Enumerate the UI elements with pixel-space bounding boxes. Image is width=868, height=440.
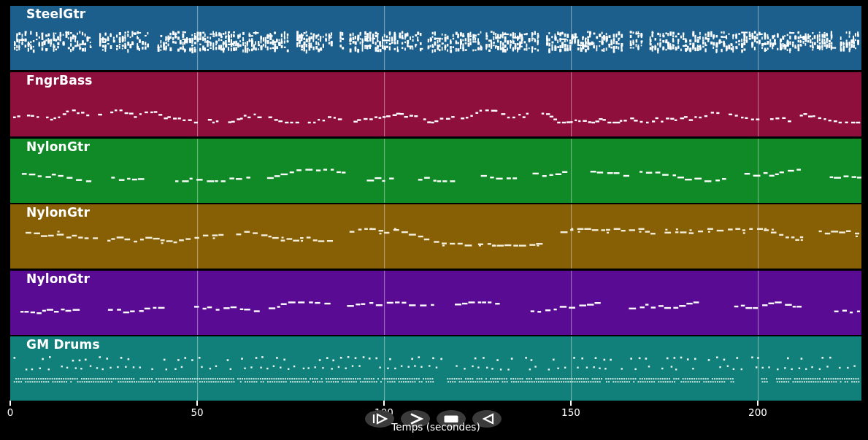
rewind-button[interactable] xyxy=(472,410,502,428)
track-label: NylonGtr xyxy=(26,205,90,220)
stop-icon xyxy=(442,413,461,425)
x-tick xyxy=(196,401,198,406)
x-tick-label: 150 xyxy=(561,406,580,418)
stop-button[interactable] xyxy=(437,410,466,428)
rewind-icon xyxy=(477,413,496,425)
x-tick xyxy=(757,401,758,406)
x-tick-label: 200 xyxy=(748,406,767,418)
track-label: FngrBass xyxy=(26,73,93,88)
x-axis: 050100150200 xyxy=(0,0,868,440)
play-button[interactable] xyxy=(365,410,394,428)
midi-track-overview-figure: SteelGtrFngrBassNylonGtrNylonGtrNylonGtr… xyxy=(0,0,868,440)
x-tick-label: 50 xyxy=(191,406,203,418)
x-tick xyxy=(383,401,385,406)
track-label: SteelGtr xyxy=(26,7,85,21)
fast-forward-icon xyxy=(406,413,425,425)
x-tick xyxy=(9,401,11,406)
fast-forward-button[interactable] xyxy=(401,410,430,428)
track-label: GM Drums xyxy=(26,337,100,352)
play-icon xyxy=(370,413,389,425)
playback-controls xyxy=(365,410,502,428)
track-label: NylonGtr xyxy=(26,139,90,154)
x-tick xyxy=(570,401,572,406)
track-label: NylonGtr xyxy=(26,271,90,286)
x-tick-label: 0 xyxy=(7,406,14,418)
